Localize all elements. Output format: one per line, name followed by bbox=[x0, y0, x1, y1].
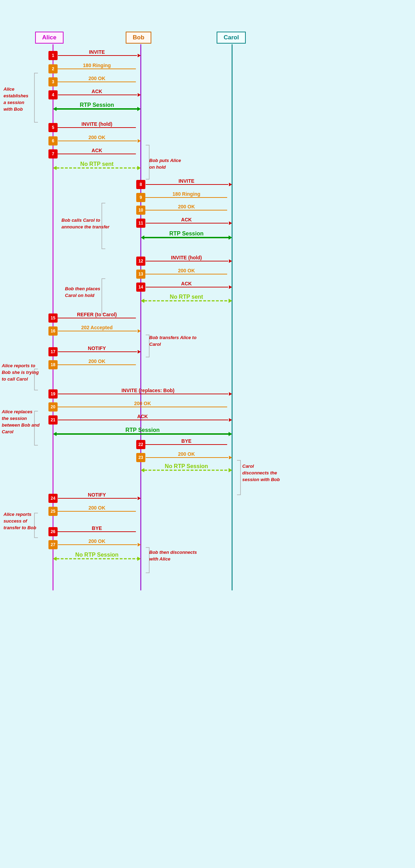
svg-marker-48 bbox=[229, 456, 232, 459]
msg-label-3: 200 OK bbox=[76, 76, 118, 81]
msg-label-19: INVITE (replaces: Bob) bbox=[121, 388, 164, 393]
annotation-8: Alice reports success of transfer to Bob bbox=[4, 511, 36, 531]
msg-label-26: BYE bbox=[76, 525, 118, 531]
annotation-1: Bob puts Alice on hold bbox=[149, 157, 181, 171]
svg-marker-50 bbox=[138, 497, 141, 500]
msg-label-17: NOTIFY bbox=[76, 345, 118, 351]
participant-alice: Alice bbox=[35, 32, 64, 44]
svg-marker-10 bbox=[138, 93, 141, 97]
msg-label-15: REFER (to Carol) bbox=[76, 312, 118, 317]
badge-16: 16 bbox=[48, 326, 58, 336]
msg-label-7: ACK bbox=[76, 148, 118, 153]
annotation-6: Alice replaces the session between Bob a… bbox=[2, 409, 40, 435]
msg-label-11: ACK bbox=[165, 217, 208, 222]
svg-marker-30 bbox=[229, 285, 232, 289]
svg-marker-59 bbox=[137, 107, 141, 111]
badge-13: 13 bbox=[136, 270, 145, 279]
svg-marker-76 bbox=[53, 557, 57, 561]
annotation-3: Bob then places Carol on hold bbox=[65, 286, 100, 299]
msg-label-18: 200 OK bbox=[76, 358, 118, 364]
msg-label-20: 200 OK bbox=[121, 401, 164, 406]
svg-marker-40 bbox=[229, 392, 232, 396]
badge-14: 14 bbox=[136, 283, 145, 292]
svg-marker-62 bbox=[137, 166, 141, 170]
participant-carol: Carol bbox=[217, 32, 246, 44]
msg-label-5: INVITE (hold) bbox=[76, 121, 118, 127]
badge-27: 27 bbox=[48, 540, 58, 549]
rtp-label-3: No RTP sent bbox=[158, 294, 215, 300]
svg-marker-70 bbox=[53, 432, 57, 436]
svg-marker-26 bbox=[229, 259, 232, 263]
msg-label-2: 180 Ringing bbox=[76, 63, 118, 68]
svg-marker-58 bbox=[53, 107, 57, 111]
msg-label-24: NOTIFY bbox=[76, 492, 118, 498]
badge-17: 17 bbox=[48, 347, 58, 356]
svg-marker-56 bbox=[138, 543, 141, 546]
svg-marker-71 bbox=[229, 432, 232, 436]
annotation-0: Alice establishes a session with Bob bbox=[4, 86, 28, 112]
svg-marker-34 bbox=[138, 329, 141, 333]
badge-15: 15 bbox=[48, 313, 58, 323]
msg-label-27: 200 OK bbox=[76, 538, 118, 544]
msg-label-16: 202 Accepted bbox=[76, 325, 118, 330]
svg-marker-61 bbox=[53, 166, 57, 170]
diagram: AliceBobCarol1INVITE2180 Ringing3200 OK4… bbox=[0, 10, 415, 590]
badge-5: 5 bbox=[48, 123, 58, 132]
badge-6: 6 bbox=[48, 136, 58, 145]
annotation-7: Carol disconnects the session with Bob bbox=[242, 463, 280, 483]
svg-marker-73 bbox=[141, 468, 144, 472]
annotation-9: Bob then disconnects with Alice bbox=[149, 549, 197, 563]
msg-label-4: ACK bbox=[76, 89, 118, 94]
svg-marker-68 bbox=[229, 299, 232, 303]
badge-25: 25 bbox=[48, 507, 58, 516]
rtp-label-1: No RTP sent bbox=[69, 161, 125, 167]
annotation-5: Alice reports to Bob she is trying to ca… bbox=[2, 363, 39, 383]
badge-4: 4 bbox=[48, 90, 58, 99]
participant-bob: Bob bbox=[126, 32, 151, 44]
badge-22: 22 bbox=[136, 440, 145, 449]
rtp-label-5: No RTP Session bbox=[158, 463, 215, 469]
msg-label-21: ACK bbox=[121, 414, 164, 419]
page-container: AliceBobCarol1INVITE2180 Ringing3200 OK4… bbox=[0, 0, 415, 604]
svg-marker-18 bbox=[229, 183, 232, 186]
svg-marker-4 bbox=[138, 54, 141, 57]
badge-8: 8 bbox=[136, 180, 145, 189]
msg-label-1: INVITE bbox=[76, 49, 118, 55]
msg-label-6: 200 OK bbox=[76, 135, 118, 140]
svg-marker-14 bbox=[138, 139, 141, 143]
svg-marker-77 bbox=[137, 557, 141, 561]
arrows-layer bbox=[0, 10, 415, 607]
header bbox=[0, 0, 415, 10]
badge-2: 2 bbox=[48, 64, 58, 73]
svg-marker-24 bbox=[229, 221, 232, 225]
rtp-label-0: RTP Session bbox=[69, 102, 125, 108]
msg-label-25: 200 OK bbox=[76, 505, 118, 511]
badge-19: 19 bbox=[48, 389, 58, 399]
msg-label-8: INVITE bbox=[165, 178, 208, 184]
msg-label-10: 200 OK bbox=[165, 204, 208, 209]
svg-marker-67 bbox=[141, 299, 144, 303]
svg-marker-44 bbox=[229, 418, 232, 422]
badge-26: 26 bbox=[48, 527, 58, 536]
badge-1: 1 bbox=[48, 51, 58, 60]
badge-3: 3 bbox=[48, 77, 58, 86]
badge-18: 18 bbox=[48, 360, 58, 369]
badge-9: 9 bbox=[136, 193, 145, 202]
svg-marker-65 bbox=[229, 235, 232, 240]
badge-11: 11 bbox=[136, 219, 145, 228]
badge-23: 23 bbox=[136, 453, 145, 462]
annotation-2: Bob calls Carol to announce the transfer bbox=[61, 217, 110, 231]
msg-label-14: ACK bbox=[165, 281, 208, 286]
msg-label-12: INVITE (hold) bbox=[165, 255, 208, 260]
msg-label-22: BYE bbox=[165, 438, 208, 444]
badge-24: 24 bbox=[48, 494, 58, 503]
badge-7: 7 bbox=[48, 149, 58, 158]
rtp-label-2: RTP Session bbox=[158, 231, 215, 237]
msg-label-13: 200 OK bbox=[165, 268, 208, 273]
msg-label-23: 200 OK bbox=[165, 451, 208, 457]
rtp-label-6: No RTP Session bbox=[69, 552, 125, 558]
annotation-4: Bob transfers Alice to Carol bbox=[149, 335, 197, 348]
badge-12: 12 bbox=[136, 257, 145, 266]
badge-20: 20 bbox=[48, 402, 58, 412]
svg-marker-36 bbox=[138, 350, 141, 354]
